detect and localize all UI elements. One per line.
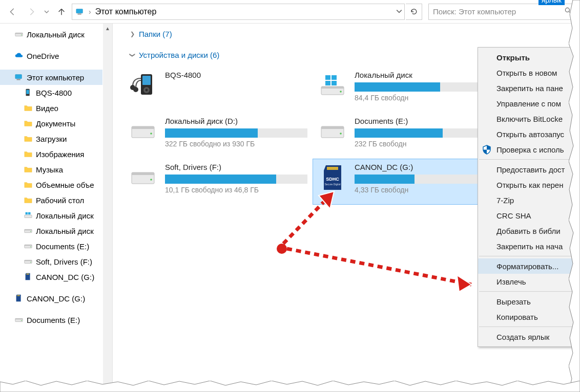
tree-item-label: Documents (E:) <box>27 316 80 324</box>
svg-marker-39 <box>457 275 471 292</box>
svg-rect-27 <box>132 126 154 129</box>
drive-free-text: 84,4 ГБ свободн <box>355 94 497 102</box>
context-item[interactable]: Открыть в новом <box>478 65 579 80</box>
address-bar[interactable]: › Этот компьютер <box>72 4 405 20</box>
tree-scrollbar[interactable]: ▲ <box>103 24 112 392</box>
context-item[interactable]: Создать ярлык <box>478 329 579 344</box>
drive-free-text: 322 ГБ свободно из 930 ГБ <box>165 140 307 148</box>
tree-item-label: Объемные объе <box>36 181 94 189</box>
context-item[interactable]: Открыть автозапус <box>478 126 579 142</box>
scroll-up-icon[interactable]: ▲ <box>103 24 112 33</box>
svg-point-21 <box>340 91 342 93</box>
refresh-button[interactable] <box>406 4 422 20</box>
tree-item-label: OneDrive <box>27 52 59 60</box>
drive-usage-bar <box>355 82 497 92</box>
context-item[interactable]: Открыть как перен <box>478 177 579 192</box>
address-dropdown-icon[interactable] <box>396 8 402 16</box>
tree-item-label: Изображения <box>36 150 84 159</box>
tree-item[interactable]: Видео <box>0 100 102 116</box>
recent-dropdown[interactable] <box>42 4 51 20</box>
drive-item[interactable]: Локальный диск (D:)322 ГБ свободно из 93… <box>123 113 313 159</box>
tree-item[interactable]: Рабочий стол <box>0 192 102 208</box>
desktop-shortcut-label: ярлык <box>538 0 565 5</box>
drive-item[interactable]: Documents (E:)232 ГБ свободн <box>313 113 502 159</box>
context-item[interactable]: Закрепить на нача <box>478 238 579 254</box>
tree-item[interactable]: Объемные объе <box>0 177 102 192</box>
folders-group-header[interactable]: ❯ Папки (7) <box>123 30 570 38</box>
context-item[interactable]: Форматировать... <box>478 258 579 274</box>
tree-item-label: Загрузки <box>36 135 67 143</box>
context-item[interactable]: Добавить в библи <box>478 223 579 238</box>
drive-item[interactable]: BQS-4800 <box>123 67 313 113</box>
context-item-label: Проверка с исполь <box>496 145 564 154</box>
up-button[interactable] <box>52 4 71 20</box>
tree-item[interactable]: Загрузки <box>0 131 102 146</box>
folder-docs-icon <box>24 119 33 128</box>
drive-icon <box>24 257 33 266</box>
pc-icon <box>14 73 24 82</box>
drive-usage-bar <box>165 175 307 184</box>
context-item-label: Предоставить дост <box>496 165 565 174</box>
drive-icon <box>128 163 158 192</box>
context-item-label: Копировать <box>496 313 538 321</box>
context-item[interactable]: Предоставить дост <box>478 162 579 177</box>
folder-video-icon <box>24 103 33 113</box>
context-item[interactable]: Вырезать <box>478 294 579 309</box>
breadcrumb-text[interactable]: Этот компьютер <box>95 7 157 16</box>
tree-item[interactable]: Soft, Drivers (F:) <box>0 254 102 269</box>
context-item-label: Закрепить на нача <box>496 242 563 251</box>
tree-item-label: Soft, Drivers (F:) <box>36 257 92 266</box>
drive-item[interactable]: SDHCSecure DigitalCANON_DC (G:)4,33 ГБ с… <box>313 159 502 205</box>
tree-item[interactable]: CANON_DC (G:) <box>0 269 102 285</box>
tree-item-label: Документы <box>36 119 75 128</box>
tree-item[interactable]: OneDrive <box>0 48 102 63</box>
context-item[interactable]: Закрепить на пане <box>478 80 579 96</box>
drive-item[interactable]: Локальный диск84,4 ГБ свободн <box>313 67 502 113</box>
context-item[interactable]: Управление с пом <box>478 96 579 111</box>
tree-item-label: Видео <box>36 104 58 113</box>
context-item[interactable]: Копировать <box>478 309 579 324</box>
folder-down-icon <box>24 134 33 143</box>
context-item[interactable]: CRC SHA <box>478 208 579 223</box>
breadcrumb-sep-icon: › <box>89 8 91 16</box>
folder-img-icon <box>24 149 33 159</box>
search-icon <box>564 7 572 16</box>
context-item-label: Открыть в новом <box>496 69 557 77</box>
drive-name: Локальный диск (D:) <box>165 117 307 125</box>
forward-button[interactable] <box>23 4 41 20</box>
context-separator <box>479 256 578 256</box>
drive-usage-bar <box>355 175 497 184</box>
tree-item[interactable]: CANON_DC (G:) <box>0 291 102 306</box>
back-button[interactable] <box>3 4 22 20</box>
tree-item[interactable]: BQS-4800 <box>0 85 102 100</box>
tree-item[interactable]: Documents (E:) <box>0 238 102 254</box>
drive-item[interactable]: Soft, Drivers (F:)10,1 ГБ свободно из 46… <box>123 159 313 205</box>
context-item-label: Открыть <box>496 53 530 62</box>
tree-item[interactable]: Музыка <box>0 162 102 177</box>
context-separator <box>479 291 578 292</box>
phone-icon <box>24 88 33 97</box>
drive-name: Documents (E:) <box>355 117 497 125</box>
drive-icon <box>14 315 24 324</box>
tree-item[interactable]: Локальный диск <box>0 208 102 223</box>
tree-item[interactable]: Локальный диск <box>0 27 102 42</box>
context-menu: ОткрытьОткрыть в новом Закрепить на пане… <box>478 47 580 347</box>
context-item[interactable]: Извлечь <box>478 274 579 289</box>
context-item[interactable]: Открыть <box>478 50 579 65</box>
context-item-label: Вырезать <box>496 297 531 306</box>
search-input[interactable]: Поиск: Этот компьютер <box>428 4 577 20</box>
tree-item[interactable]: Изображения <box>0 146 102 162</box>
tree-item[interactable]: Documents (E:) <box>0 312 102 328</box>
context-item[interactable]: Включить BitLocke <box>478 111 579 126</box>
tree-item-label: BQS-4800 <box>36 89 72 97</box>
folders-group-label: Папки (7) <box>139 30 172 38</box>
svg-point-31 <box>340 133 342 135</box>
tree-item[interactable]: Локальный диск <box>0 223 102 238</box>
context-item[interactable]: 7-Zip <box>478 192 579 208</box>
context-item-label: Добавить в библи <box>496 227 561 235</box>
tree-item[interactable]: Этот компьютер <box>0 70 102 85</box>
svg-rect-23 <box>332 75 337 80</box>
context-item[interactable]: Проверка с исполь <box>478 142 579 157</box>
tree-item[interactable]: Документы <box>0 116 102 131</box>
context-item-label: Включить BitLocke <box>496 115 563 123</box>
